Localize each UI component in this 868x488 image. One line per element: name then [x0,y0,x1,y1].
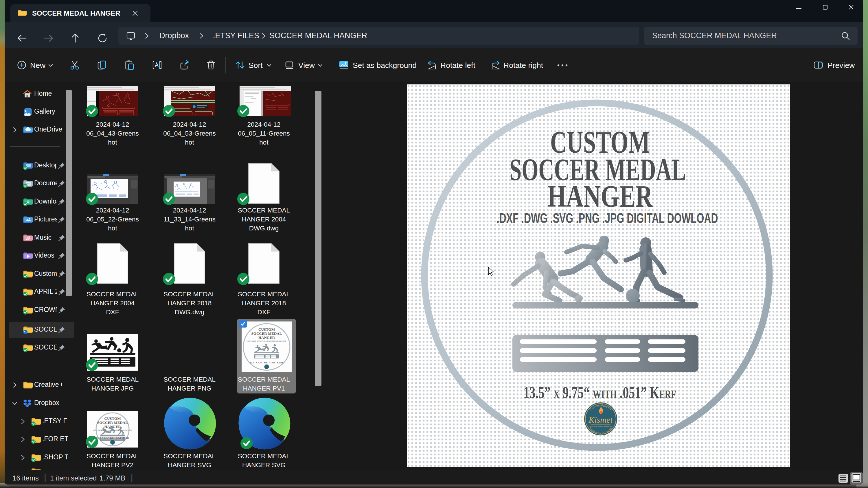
svg-text:13.5" X 9.75" WITH .051" KERF: 13.5" X 9.75" WITH .051" KERF [250,361,283,364]
svg-text:HANGER: HANGER [548,179,653,214]
svg-text:.DXF .DWG .SVG .PNG .JPG DIGIT: .DXF .DWG .SVG .PNG .JPG DIGITAL DOWLOAD [247,340,286,342]
svg-text:SOCCER MEDAL: SOCCER MEDAL [97,420,128,425]
svg-text:HANGER: HANGER [258,335,275,340]
svg-text:CUSTOM: CUSTOM [104,416,121,421]
svg-text:13.5” x 9.75“ with .051” Kerf: 13.5” x 9.75“ with .051” Kerf [523,383,676,402]
svg-text:SOCCER MEDAL: SOCCER MEDAL [251,331,282,336]
svg-text:Kismet: Kismet [588,415,613,424]
svg-text:13.5" X 9.75" WITH .051" KERF: 13.5" X 9.75" WITH .051" KERF [96,437,129,440]
svg-text:.DXF .DWG .SVG .PNG .JPG DIGIT: .DXF .DWG .SVG .PNG .JPG DIGITAL DOWLOAD [497,210,718,226]
svg-text:DESIGN & FABRICATION LLC: DESIGN & FABRICATION LLC [589,426,613,427]
svg-text:CUSTOM: CUSTOM [258,327,275,332]
